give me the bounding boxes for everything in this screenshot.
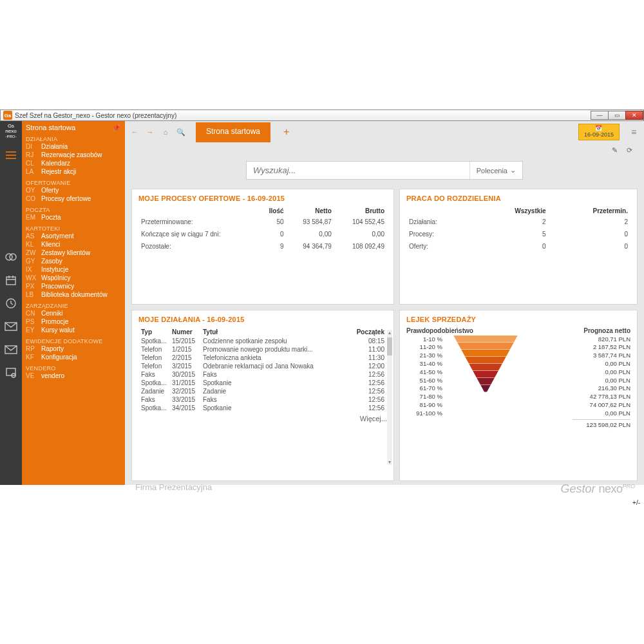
edit-icon[interactable]: ✎ — [612, 146, 618, 155]
table-row[interactable]: Telefon2/2015Telefoniczna ankieta11:30 — [138, 354, 387, 362]
refresh-icon[interactable]: ⟳ — [627, 146, 632, 155]
sidebar-group: KARTOTEKI — [26, 225, 121, 232]
table-row[interactable]: Faks30/2015Faks12:56 — [138, 370, 387, 379]
pin-icon[interactable]: 📌 — [112, 124, 121, 132]
scroll-thumb[interactable] — [387, 337, 392, 355]
sidebar-item[interactable]: ZWZestawy klientów — [26, 249, 121, 257]
table-row[interactable]: Pozostałe:994 364,79108 092,49 — [138, 240, 387, 252]
sidebar-item[interactable]: EYKursy walut — [26, 326, 121, 334]
sidebar: Strona startowa📌 DZIAŁANIADIDziałaniaRJR… — [22, 121, 125, 485]
table-row[interactable]: Zadanie32/2015Zadanie12:56 — [138, 387, 387, 395]
zoom-button[interactable]: 🔍 — [175, 126, 187, 138]
menu-button[interactable]: ≡ — [627, 127, 640, 137]
app-icon: Gs — [3, 111, 12, 120]
clock-icon[interactable] — [4, 296, 18, 310]
table-row[interactable]: Oferty:00 — [406, 240, 630, 252]
more-link[interactable]: Więcej... — [138, 412, 387, 422]
maximize-button[interactable]: ▭ — [608, 111, 626, 120]
sidebar-item[interactable]: IXInstytucje — [26, 265, 121, 274]
sidebar-item[interactable]: PXPracownicy — [26, 282, 121, 290]
table-row[interactable]: Działania:22 — [406, 216, 630, 228]
scroll-down-icon[interactable]: ▾ — [387, 459, 392, 465]
minimize-button[interactable]: — — [591, 111, 609, 120]
funnel-col1: Prawdopodobieństwo — [406, 327, 473, 334]
sidebar-item[interactable]: KFKonfiguracja — [26, 353, 121, 361]
toolbar: ← → ⌂ 🔍 Strona startowa + 📅16-09-2015 ≡ — [125, 121, 644, 143]
sidebar-item[interactable]: VEvendero — [26, 372, 121, 380]
rail-logo: Gsnexo-PRO- — [5, 124, 16, 139]
table-row[interactable]: Telefon1/2015Promowanie nowego produktu … — [138, 345, 387, 354]
sidebar-group: EWIDENCJE DODATKOWE — [26, 338, 121, 345]
sidebar-group: OFERTOWANIE — [26, 180, 121, 186]
panel-processes: MOJE PROCESY OFERTOWE - 16-09-2015 Ilość… — [131, 189, 394, 305]
sidebar-item[interactable]: OYOferty — [26, 186, 121, 194]
mail-icon[interactable] — [4, 343, 18, 357]
back-button[interactable]: ← — [129, 126, 140, 138]
panel-work: PRACA DO ROZDZIELENIA WszystkiePrzetermi… — [399, 189, 638, 305]
sidebar-item[interactable]: RJRezerwacje zasobów — [26, 151, 121, 159]
sidebar-item[interactable]: ASAsortyment — [26, 232, 121, 240]
sidebar-group: DZIAŁANIA — [26, 136, 121, 142]
date-badge[interactable]: 📅16-09-2015 — [578, 124, 620, 140]
panel1-title: MOJE PROCESY OFERTOWE - 16-09-2015 — [138, 194, 387, 202]
table-row[interactable]: Telefon3/2015Odebranie reklamacji od Jan… — [138, 362, 387, 370]
table-row[interactable]: Kończące się w ciągu 7 dni:00,000,00 — [138, 228, 387, 240]
search-menu[interactable]: Polecenia ⌄ — [469, 162, 522, 179]
svg-rect-2 — [6, 277, 15, 285]
sidebar-item[interactable]: LBBiblioteka dokumentów — [26, 290, 121, 299]
mail-out-icon[interactable] — [4, 319, 18, 334]
table-row[interactable]: Spotka...15/2015Codzienne spotkanie zesp… — [138, 337, 387, 345]
forward-button[interactable]: → — [144, 126, 156, 138]
funnel-values: 820,71 PLN2 187,52 PLN3 587,74 PLN0,00 P… — [573, 336, 630, 430]
search-box: Polecenia ⌄ — [246, 161, 523, 180]
funnel-labels: 1-10 %11-20 %21-30 %31-40 %41-50 %51-60 … — [406, 336, 442, 430]
sidebar-item[interactable]: LARejestr akcji — [26, 167, 121, 176]
sidebar-item[interactable]: GYZasoby — [26, 257, 121, 265]
table-row[interactable]: Procesy:50 — [406, 228, 630, 240]
chevron-down-icon: ⌄ — [510, 166, 516, 175]
brand-nexo: nexo — [598, 482, 622, 495]
new-tab-button[interactable]: + — [283, 126, 289, 138]
panel4-title: LEJEK SPRZEDAŻY — [406, 316, 630, 323]
sidebar-group: VENDERO — [26, 365, 121, 372]
sidebar-top[interactable]: Strona startowa — [26, 124, 75, 132]
brand-gestor: Gestor — [560, 482, 595, 495]
currency-icon[interactable] — [4, 250, 18, 264]
sidebar-item[interactable]: WXWspólnicy — [26, 274, 121, 282]
scroll-up-icon[interactable]: ▴ — [387, 330, 392, 336]
calendar-icon[interactable] — [4, 273, 18, 287]
sidebar-group: ZARZĄDZANIE — [26, 303, 121, 309]
sidebar-item[interactable]: EMPoczta — [26, 213, 121, 222]
sidebar-item[interactable]: PSPromocje — [26, 317, 121, 326]
branding: Gestor nexoPRO — [560, 482, 635, 496]
home-button[interactable]: ⌂ — [160, 126, 171, 138]
table-row[interactable]: Przeterminowane:5093 584,87104 552,45 — [138, 216, 387, 228]
table-row[interactable]: Faks33/2015Faks12:56 — [138, 395, 387, 404]
sidebar-item[interactable]: DIDziałania — [26, 142, 121, 151]
sidebar-item[interactable]: COProcesy ofertowe — [26, 194, 121, 203]
svg-rect-6 — [6, 368, 15, 375]
brand-pro: PRO — [622, 483, 635, 489]
table-row[interactable]: Spotka...34/2015Spotkanie12:56 — [138, 404, 387, 412]
date-text: 16-09-2015 — [584, 131, 614, 138]
active-tab[interactable]: Strona startowa — [196, 122, 270, 142]
icon-rail: Gsnexo-PRO- — [0, 121, 22, 485]
panel-funnel: LEJEK SPRZEDAŻY Prawdopodobieństwo Progn… — [399, 310, 638, 481]
close-button[interactable]: ✕ — [625, 111, 643, 120]
company-label: Firma Prezentacyjna — [135, 482, 212, 492]
table-row[interactable]: Spotka...31/2015Spotkanie12:56 — [138, 379, 387, 387]
sidebar-item[interactable]: CNCenniki — [26, 309, 121, 317]
sidebar-item[interactable]: KLKlienci — [26, 240, 121, 249]
scrollbar[interactable]: ▴ ▾ — [387, 330, 392, 465]
certificate-icon[interactable] — [4, 366, 18, 380]
main-area: ← → ⌂ 🔍 Strona startowa + 📅16-09-2015 ≡ … — [125, 121, 644, 485]
svg-point-1 — [10, 254, 16, 260]
search-input[interactable] — [247, 162, 469, 179]
menu-icon[interactable] — [4, 148, 18, 162]
sidebar-item[interactable]: CLKalendarz — [26, 159, 121, 167]
plus-minus[interactable]: +/- — [632, 499, 640, 506]
funnel-chart — [450, 336, 521, 400]
panel2-title: PRACA DO ROZDZIELENIA — [406, 194, 630, 202]
panel-actions: MOJE DZIAŁANIA - 16-09-2015 TypNumerTytu… — [131, 310, 394, 481]
sidebar-item[interactable]: RPRaporty — [26, 345, 121, 353]
